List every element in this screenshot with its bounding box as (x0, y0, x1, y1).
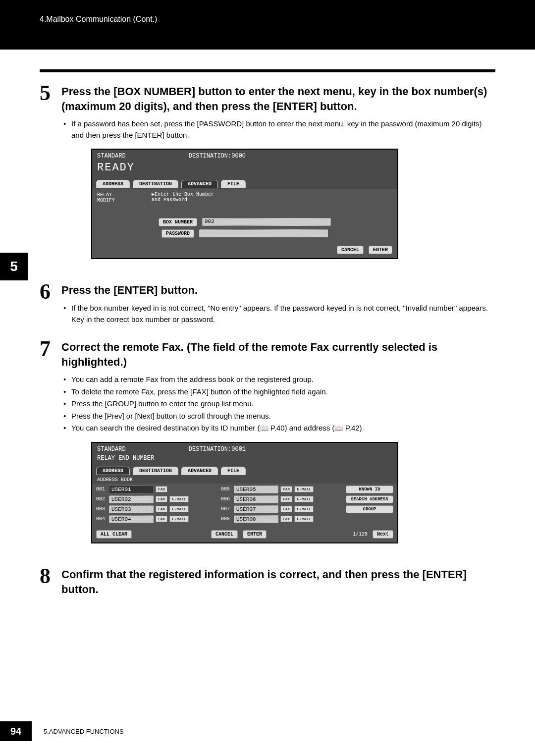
addr-id: 002 (96, 496, 107, 502)
bullet: Press the [GROUP] button to enter the gr… (63, 398, 495, 410)
step-heading: Confirm that the registered information … (61, 567, 495, 596)
lcd-footer: CANCEL ENTER (92, 243, 397, 258)
bullet: You can search the desired destination b… (63, 423, 495, 434)
addr-name[interactable]: USER01 (109, 486, 154, 493)
side-buttons: KNOWN ID SEARCH ADDRESS GROUP (346, 486, 393, 525)
side-tab-label: 5 (10, 259, 18, 274)
fax-button[interactable]: FAX (280, 516, 292, 522)
fax-button[interactable]: FAX (280, 496, 292, 502)
address-book-label: ADDRESS BOOK (92, 476, 397, 484)
enter-button[interactable]: ENTER (243, 530, 267, 539)
email-button[interactable]: E-MAIL (169, 496, 189, 502)
hint-l1: ▶Enter the Box Number (152, 192, 214, 197)
step-heading: Press the [ENTER] button. (61, 283, 495, 298)
all-clear-button[interactable]: ALL CLEAR (96, 530, 132, 539)
enter-button[interactable]: ENTER (369, 246, 392, 254)
next-button[interactable]: Next (373, 530, 393, 539)
step-bullets: You can add a remote Fax from the addres… (61, 374, 495, 434)
cancel-button[interactable]: CANCEL (211, 530, 238, 539)
addr-name[interactable]: USER08 (234, 515, 278, 523)
tab-address[interactable]: ADDRESS (96, 180, 130, 188)
addr-name[interactable]: USER07 (234, 505, 278, 513)
cancel-button[interactable]: CANCEL (337, 246, 364, 254)
fax-button[interactable]: FAX (156, 496, 167, 502)
addr-id: 004 (96, 516, 107, 522)
search-address-button[interactable]: SEARCH ADDRESS (346, 495, 393, 503)
page-header: 4.Mailbox Communication (Cont.) (0, 0, 535, 50)
addr-name[interactable]: USER04 (109, 515, 154, 523)
step-body: Confirm that the registered information … (61, 565, 495, 601)
breadcrumb: 4.Mailbox Communication (Cont.) (40, 15, 157, 23)
known-id-button[interactable]: KNOWN ID (346, 486, 393, 493)
addr-name[interactable]: USER06 (234, 495, 278, 503)
tab-file[interactable]: FILE (221, 180, 246, 188)
box-number-button[interactable]: BOX NUMBER (159, 218, 197, 226)
fax-button[interactable]: FAX (280, 506, 292, 512)
email-button[interactable]: E-MAIL (169, 506, 189, 512)
tab-advanced[interactable]: ADVANCED (181, 467, 218, 475)
lcd-screenshot-2: STANDARD DESTINATION:0001 RELAY END NUMB… (91, 442, 398, 543)
addr-id: 001 (96, 486, 107, 492)
email-button[interactable]: E-MAIL (169, 516, 189, 522)
addr-col-right: 005 USER05 FAX E-MAIL 006 USER06 FAX E-M… (221, 486, 342, 525)
hint-l2: and Password (152, 197, 187, 203)
step-number: 5 (40, 82, 61, 269)
addr-id: 008 (221, 516, 232, 522)
step-6: 6 Press the [ENTER] button. If the box n… (40, 281, 495, 326)
password-button[interactable]: PASSWORD (161, 229, 194, 238)
email-button[interactable]: E-MAIL (294, 516, 314, 522)
step-number: 8 (40, 565, 61, 601)
password-input[interactable] (199, 229, 328, 237)
lcd-ready: READY (92, 162, 397, 179)
tab-destination[interactable]: DESTINATION (133, 467, 178, 475)
tab-file[interactable]: FILE (221, 467, 246, 475)
lcd-screenshot-1: STANDARD DESTINATION:0000 READY ADDRESS … (91, 149, 398, 259)
fax-button[interactable]: FAX (156, 516, 167, 522)
addr-name[interactable]: USER05 (234, 486, 278, 493)
footer-section: 5.ADVANCED FUNCTIONS (44, 728, 124, 735)
tab-address[interactable]: ADDRESS (96, 467, 130, 475)
addr-row: 005 USER05 FAX E-MAIL (221, 486, 342, 493)
page-footer: 94 5.ADVANCED FUNCTIONS (0, 721, 124, 741)
addr-id: 007 (221, 506, 232, 512)
fax-button[interactable]: FAX (156, 506, 167, 512)
enter-hint: ▶Enter the Box Number and Password (152, 191, 214, 203)
box-number-input[interactable]: 002 (202, 218, 331, 226)
page-indicator: 1/125 (353, 532, 368, 537)
tab-destination[interactable]: DESTINATION (133, 180, 178, 188)
email-button[interactable]: E-MAIL (294, 496, 314, 502)
lcd-standard: STANDARD (97, 446, 126, 453)
addr-row: 006 USER06 FAX E-MAIL (221, 495, 342, 503)
fax-button[interactable]: FAX (280, 486, 292, 492)
step-number: 7 (40, 338, 61, 553)
group-button[interactable]: GROUP (346, 505, 393, 513)
addr-row: 003 USER03 FAX E-MAIL (96, 505, 217, 513)
addr-name[interactable]: USER02 (109, 495, 154, 503)
bullet-text-b: P.40) and address ( (268, 424, 335, 432)
email-button[interactable]: E-MAIL (294, 486, 314, 492)
step-8: 8 Confirm that the registered informatio… (40, 565, 495, 601)
step-heading: Correct the remote Fax. (The field of th… (61, 340, 495, 369)
step-5: 5 Press the [BOX NUMBER] button to enter… (40, 82, 495, 269)
lcd-destination: DESTINATION:0000 (189, 153, 246, 160)
fax-button[interactable]: FAX (156, 486, 167, 492)
boxnum-row: BOX NUMBER 002 (97, 218, 392, 226)
lcd-tabs: ADDRESS DESTINATION ADVANCED FILE (92, 466, 397, 476)
addr-id: 006 (221, 496, 232, 502)
step-number: 6 (40, 281, 61, 326)
email-button[interactable]: E-MAIL (294, 506, 314, 512)
addr-name[interactable]: USER03 (109, 505, 154, 513)
lcd-subtitle: RELAY END NUMBER (92, 455, 397, 466)
tab-advanced[interactable]: ADVANCED (181, 180, 218, 188)
addr-row: 008 USER08 FAX E-MAIL (221, 515, 342, 523)
password-row: PASSWORD (97, 229, 392, 238)
addr-row: 004 USER04 FAX E-MAIL (96, 515, 217, 523)
addr-col-left: 001 USER01 FAX 002 USER02 FAX E-MAIL 003 (96, 486, 217, 525)
bullet: To delete the remote Fax, press the [FAX… (63, 386, 495, 398)
chapter-side-tab: 5 (0, 253, 28, 280)
addr-row: 001 USER01 FAX (96, 486, 217, 493)
address-grid: 001 USER01 FAX 002 USER02 FAX E-MAIL 003 (92, 484, 397, 528)
page-content: 5 Press the [BOX NUMBER] button to enter… (0, 50, 535, 601)
modify-label: MODIFY (97, 198, 115, 203)
lcd-bottom: ALL CLEAR CANCEL ENTER 1/125 Next (92, 528, 397, 542)
